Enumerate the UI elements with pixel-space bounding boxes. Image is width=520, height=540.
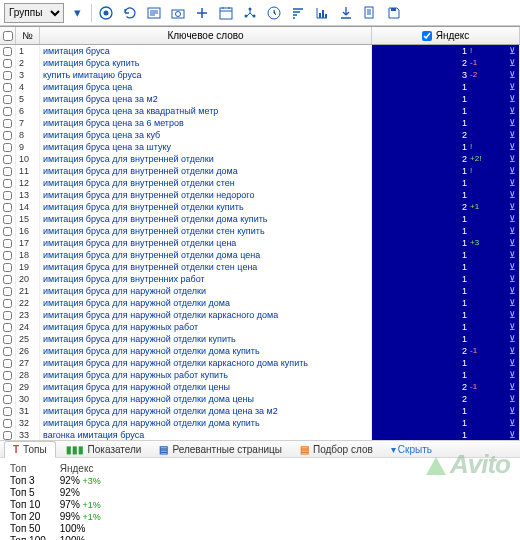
graph-icon[interactable]: ⊻ [509, 69, 516, 81]
calendar-icon[interactable] [215, 2, 237, 24]
chrome-icon[interactable] [95, 2, 117, 24]
row-check[interactable] [0, 81, 16, 93]
row-yandex[interactable]: 1⊻ [372, 105, 520, 117]
table-row[interactable]: 29имитация бруса для наружной отделки це… [0, 381, 520, 393]
graph-icon[interactable]: ⊻ [509, 309, 516, 321]
table-row[interactable]: 5имитация бруса цена за м21⊻ [0, 93, 520, 105]
graph-icon[interactable]: ⊻ [509, 429, 516, 440]
row-check[interactable] [0, 429, 16, 440]
row-check[interactable] [0, 69, 16, 81]
row-yandex[interactable]: 1⊻ [372, 369, 520, 381]
row-check[interactable] [0, 105, 16, 117]
row-check[interactable] [0, 45, 16, 57]
row-check[interactable] [0, 141, 16, 153]
row-yandex[interactable]: 2⊻ [372, 393, 520, 405]
table-row[interactable]: 33вагонка имитация бруса1⊻ [0, 429, 520, 440]
table-row[interactable]: 6имитация бруса цена за квадратный метр1… [0, 105, 520, 117]
row-yandex[interactable]: 1!⊻ [372, 165, 520, 177]
graph-icon[interactable]: ⊻ [509, 165, 516, 177]
graph-icon[interactable]: ⊻ [509, 297, 516, 309]
row-yandex[interactable]: 1⊻ [372, 333, 520, 345]
graph-icon[interactable]: ⊻ [509, 129, 516, 141]
chart-icon[interactable] [311, 2, 333, 24]
row-check[interactable] [0, 93, 16, 105]
row-yandex[interactable]: 1⊻ [372, 177, 520, 189]
table-row[interactable]: 30имитация бруса для наружной отделки до… [0, 393, 520, 405]
row-yandex[interactable]: 2-1⊻ [372, 57, 520, 69]
row-check[interactable] [0, 237, 16, 249]
row-check[interactable] [0, 117, 16, 129]
row-check[interactable] [0, 261, 16, 273]
row-check[interactable] [0, 285, 16, 297]
tab-tops[interactable]: TТопы [4, 441, 56, 458]
table-row[interactable]: 4имитация бруса цена1⊻ [0, 81, 520, 93]
refresh-icon[interactable] [119, 2, 141, 24]
row-check[interactable] [0, 129, 16, 141]
row-yandex[interactable]: 2⊻ [372, 129, 520, 141]
row-yandex[interactable]: 3-2⊻ [372, 69, 520, 81]
table-row[interactable]: 26имитация бруса для наружной отделки до… [0, 345, 520, 357]
row-yandex[interactable]: 1⊻ [372, 405, 520, 417]
tab-indicators[interactable]: ▮▮▮Показатели [58, 442, 150, 457]
graph-icon[interactable]: ⊻ [509, 357, 516, 369]
row-check[interactable] [0, 321, 16, 333]
row-check[interactable] [0, 345, 16, 357]
table-row[interactable]: 9имитация бруса цена за штуку1!⊻ [0, 141, 520, 153]
graph-icon[interactable]: ⊻ [509, 93, 516, 105]
table-row[interactable]: 23имитация бруса для наружной отделки ка… [0, 309, 520, 321]
table-row[interactable]: 18имитация бруса для внутренней отделки … [0, 249, 520, 261]
groups-select[interactable]: Группы [4, 3, 64, 23]
table-row[interactable]: 32имитация бруса для наружной отделки до… [0, 417, 520, 429]
row-yandex[interactable]: 1⊻ [372, 81, 520, 93]
table-row[interactable]: 25имитация бруса для наружной отделки ку… [0, 333, 520, 345]
row-yandex[interactable]: 1!⊻ [372, 45, 520, 57]
graph-icon[interactable]: ⊻ [509, 225, 516, 237]
row-check[interactable] [0, 393, 16, 405]
row-check[interactable] [0, 165, 16, 177]
row-yandex[interactable]: 1⊻ [372, 429, 520, 440]
table-row[interactable]: 14имитация бруса для внутренней отделки … [0, 201, 520, 213]
tab-relevant[interactable]: ▤Релевантные страницы [151, 442, 290, 457]
header-yandex[interactable]: Яндекс [372, 27, 520, 44]
row-yandex[interactable]: 1⊻ [372, 273, 520, 285]
header-num[interactable]: № [16, 27, 40, 44]
graph-icon[interactable]: ⊻ [509, 117, 516, 129]
table-row[interactable]: 3купить имитацию бруса3-2⊻ [0, 69, 520, 81]
row-yandex[interactable]: 1⊻ [372, 297, 520, 309]
row-check[interactable] [0, 225, 16, 237]
save-icon[interactable] [383, 2, 405, 24]
row-check[interactable] [0, 273, 16, 285]
graph-icon[interactable]: ⊻ [509, 237, 516, 249]
graph-icon[interactable]: ⊻ [509, 81, 516, 93]
header-keyword[interactable]: Ключевое слово [40, 27, 372, 44]
add-icon[interactable] [191, 2, 213, 24]
doc-refresh-icon[interactable] [359, 2, 381, 24]
row-yandex[interactable]: 1⊻ [372, 309, 520, 321]
graph-icon[interactable]: ⊻ [509, 333, 516, 345]
table-row[interactable]: 31имитация бруса для наружной отделки до… [0, 405, 520, 417]
row-yandex[interactable]: 1⊻ [372, 261, 520, 273]
graph-icon[interactable]: ⊻ [509, 45, 516, 57]
download-icon[interactable] [335, 2, 357, 24]
graph-icon[interactable]: ⊻ [509, 405, 516, 417]
row-check[interactable] [0, 297, 16, 309]
table-row[interactable]: 27имитация бруса для наружной отделки ка… [0, 357, 520, 369]
row-check[interactable] [0, 309, 16, 321]
row-check[interactable] [0, 189, 16, 201]
row-check[interactable] [0, 213, 16, 225]
graph-icon[interactable]: ⊻ [509, 141, 516, 153]
row-yandex[interactable]: 1⊻ [372, 249, 520, 261]
row-yandex[interactable]: 2-1⊻ [372, 345, 520, 357]
table-row[interactable]: 8имитация бруса цена за куб2⊻ [0, 129, 520, 141]
graph-icon[interactable]: ⊻ [509, 249, 516, 261]
graph-icon[interactable]: ⊻ [509, 153, 516, 165]
network-icon[interactable] [239, 2, 261, 24]
row-yandex[interactable]: 1⊻ [372, 321, 520, 333]
graph-icon[interactable]: ⊻ [509, 285, 516, 297]
table-row[interactable]: 16имитация бруса для внутренней отделки … [0, 225, 520, 237]
graph-icon[interactable]: ⊻ [509, 345, 516, 357]
table-row[interactable]: 28имитация бруса для наружных работ купи… [0, 369, 520, 381]
sort-icon[interactable] [287, 2, 309, 24]
row-yandex[interactable]: 1⊻ [372, 117, 520, 129]
graph-icon[interactable]: ⊻ [509, 177, 516, 189]
